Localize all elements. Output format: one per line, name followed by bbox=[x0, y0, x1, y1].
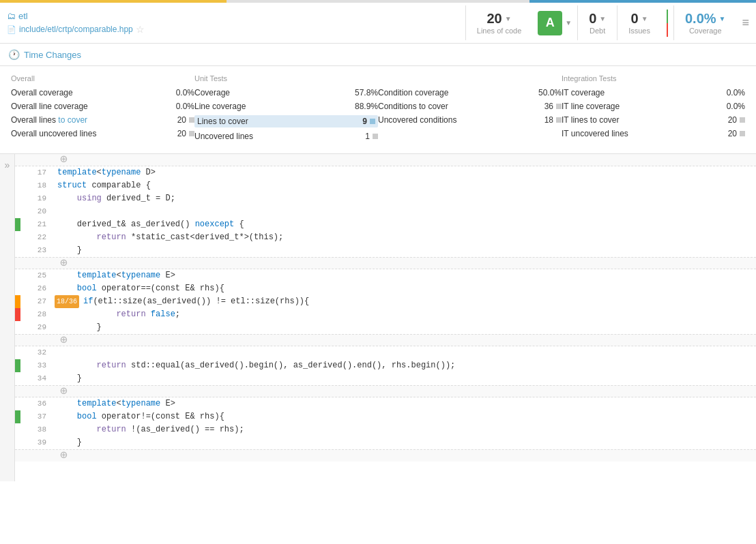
status-separator bbox=[667, 10, 668, 37]
expand-button-top[interactable]: ⊕ bbox=[55, 154, 73, 166]
debt-metric[interactable]: 0 ▼ Debt bbox=[577, 5, 617, 40]
stat-value: 18 bbox=[523, 115, 553, 125]
coverage-indicator bbox=[15, 372, 20, 385]
issues-value: 0 bbox=[631, 11, 639, 27]
line-content: return !(as_derived() == rhs); bbox=[55, 423, 756, 436]
stat-label: IT coverage bbox=[562, 88, 714, 97]
clock-icon: 🕐 bbox=[8, 49, 20, 60]
stat-row-highlighted: Lines to cover 9 bbox=[194, 115, 378, 127]
stat-row: Conditions to cover 36 bbox=[378, 102, 562, 111]
line-content: return std::equal(as_derived().begin(), … bbox=[55, 359, 756, 372]
stat-label: Overall line coverage bbox=[11, 102, 164, 111]
code-viewer: ⊕ 17 template<typename D> 18 struct comp… bbox=[15, 154, 756, 462]
stat-label: IT uncovered lines bbox=[562, 129, 706, 138]
collapse-icon[interactable]: » bbox=[5, 160, 10, 170]
line-number: 32 bbox=[20, 346, 55, 359]
code-line: 28 return false; bbox=[15, 308, 756, 321]
stat-row: Overall line coverage 0.0% bbox=[11, 102, 194, 111]
code-area[interactable]: ⊕ 17 template<typename D> 18 struct comp… bbox=[15, 154, 756, 481]
integration-tests-header: Integration Tests bbox=[562, 74, 745, 82]
code-line: 38 return !(as_derived() == rhs); bbox=[15, 423, 756, 436]
folder-icon: 🗂 bbox=[7, 11, 16, 21]
code-line: 27 18/36 if(etl::size(as_derived()) != e… bbox=[15, 295, 756, 308]
coverage-indicator bbox=[15, 282, 20, 295]
stat-row: Uncovered conditions 18 bbox=[378, 115, 562, 125]
star-icon[interactable]: ☆ bbox=[136, 24, 145, 35]
loc-arrow: ▼ bbox=[505, 15, 512, 22]
coverage-value: 0.0% bbox=[685, 11, 716, 27]
stat-indicator bbox=[556, 104, 562, 109]
expand-button-mid3[interactable]: ⊕ bbox=[55, 385, 73, 398]
stat-row: Uncovered lines 1 bbox=[194, 132, 378, 141]
line-number: 25 bbox=[20, 269, 55, 282]
stat-label: Uncovered lines bbox=[194, 132, 339, 141]
stat-value: 0.0% bbox=[164, 88, 194, 97]
stat-row: Line coverage 88.9% bbox=[194, 102, 378, 111]
stat-row: IT lines to cover 20 bbox=[562, 115, 745, 125]
coverage-metric[interactable]: 0.0% ▼ Coverage bbox=[673, 5, 737, 40]
file-path: 📄 include/etl/crtp/comparable.hpp ☆ bbox=[7, 24, 465, 35]
conditions-header bbox=[378, 74, 562, 82]
project-link[interactable]: etl bbox=[18, 11, 28, 21]
stat-indicator bbox=[556, 117, 562, 123]
stat-row: Overall lines to cover 20 bbox=[11, 115, 194, 125]
coverage-indicator bbox=[15, 321, 20, 334]
stat-indicator bbox=[370, 119, 375, 124]
expand-button-bottom[interactable]: ⊕ bbox=[55, 449, 73, 462]
stat-label: Overall coverage bbox=[11, 88, 164, 97]
time-changes-toggle[interactable]: 🕐 Time Changes bbox=[8, 49, 748, 60]
code-line: 33 return std::equal(as_derived().begin(… bbox=[15, 359, 756, 372]
line-number: 26 bbox=[20, 282, 55, 295]
stat-row: Coverage 57.8% bbox=[194, 88, 378, 97]
line-content: derived_t& as_derived() noexcept { bbox=[55, 218, 756, 231]
grade-block[interactable]: A ▼ bbox=[532, 11, 577, 35]
expand-row-mid2: ⊕ bbox=[15, 334, 756, 346]
subheader: 🕐 Time Changes bbox=[0, 44, 756, 66]
stat-value: 9 bbox=[336, 117, 367, 126]
line-number: 19 bbox=[20, 192, 55, 205]
stat-value: 0.0% bbox=[714, 102, 745, 111]
stat-label: Overall lines to cover bbox=[11, 115, 156, 125]
issues-metric[interactable]: 0 ▼ Issues bbox=[617, 5, 661, 40]
line-number: 21 bbox=[20, 218, 55, 231]
line-content: bool operator==(const E& rhs){ bbox=[55, 282, 756, 295]
stat-indicator bbox=[740, 131, 745, 136]
coverage-indicator bbox=[15, 423, 20, 436]
expand-button-mid1[interactable]: ⊕ bbox=[55, 257, 73, 270]
code-line: 19 using derived_t = D; bbox=[15, 192, 756, 205]
stat-label: Lines to cover bbox=[197, 117, 336, 126]
coverage-indicator bbox=[15, 346, 20, 359]
line-content: struct comparable { bbox=[55, 179, 756, 192]
line-number: 23 bbox=[20, 244, 55, 257]
line-content: } bbox=[55, 244, 756, 257]
condition-badge: 18/36 bbox=[55, 295, 79, 308]
line-content: } bbox=[55, 372, 756, 385]
stat-row: IT coverage 0.0% bbox=[562, 88, 745, 97]
coverage-indicator bbox=[15, 205, 20, 218]
stat-value: 20 bbox=[706, 129, 737, 138]
coverage-indicator bbox=[15, 410, 20, 423]
expand-button-mid2[interactable]: ⊕ bbox=[55, 334, 73, 347]
line-content: } bbox=[55, 436, 756, 449]
line-number: 36 bbox=[20, 397, 55, 410]
code-line: 36 template<typename E> bbox=[15, 397, 756, 410]
gutter-panel: » bbox=[0, 154, 15, 481]
to-cover-link[interactable]: to cover bbox=[58, 115, 87, 125]
expand-row-bottom: ⊕ bbox=[15, 449, 756, 462]
menu-icon[interactable]: ≡ bbox=[742, 16, 749, 30]
overall-header: Overall bbox=[11, 74, 194, 82]
header-metrics: 20 ▼ Lines of code A ▼ 0 ▼ Debt 0 ▼ Issu… bbox=[465, 5, 749, 40]
stat-indicator bbox=[189, 117, 194, 123]
stat-label: IT line coverage bbox=[562, 102, 714, 111]
line-content: return false; bbox=[55, 308, 756, 321]
lines-of-code-metric[interactable]: 20 ▼ Lines of code bbox=[465, 5, 532, 40]
stat-row: IT uncovered lines 20 bbox=[562, 129, 745, 138]
stat-value: 20 bbox=[156, 115, 186, 125]
coverage-indicator bbox=[15, 179, 20, 192]
file-path-label[interactable]: include/etl/crtp/comparable.hpp bbox=[19, 25, 133, 34]
line-number: 37 bbox=[20, 410, 55, 423]
stat-value: 50.0% bbox=[531, 88, 562, 97]
coverage-indicator bbox=[15, 269, 20, 282]
coverage-indicator bbox=[15, 231, 20, 244]
line-content: template<typename E> bbox=[55, 397, 756, 410]
